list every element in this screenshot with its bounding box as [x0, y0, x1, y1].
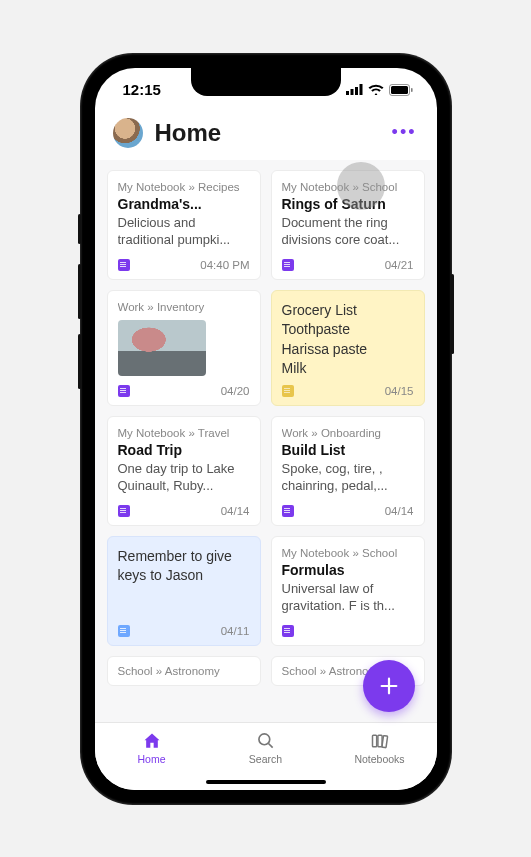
- tab-notebooks[interactable]: Notebooks: [340, 731, 420, 765]
- note-type-icon: [282, 625, 294, 637]
- home-indicator[interactable]: [206, 780, 326, 784]
- notes-grid: My Notebook » RecipesGrandma's...Delicio…: [107, 170, 425, 686]
- note-type-icon: [118, 505, 130, 517]
- note-body: Spoke, cog, tire, , chainring, pedal,...: [282, 461, 414, 495]
- note-body: Document the ring divisions core coat...: [282, 215, 414, 249]
- note-footer: [282, 619, 414, 637]
- content-area[interactable]: My Notebook » RecipesGrandma's...Delicio…: [95, 160, 437, 722]
- note-title: Road Trip: [118, 442, 250, 460]
- svg-rect-13: [381, 735, 387, 747]
- note-timestamp: 04/11: [221, 625, 250, 637]
- note-title: Build List: [282, 442, 414, 460]
- breadcrumb: My Notebook » Travel: [118, 427, 250, 439]
- note-footer: 04/20: [118, 379, 250, 397]
- note-type-icon: [118, 385, 130, 397]
- note-card[interactable]: School » Astronomy: [107, 656, 261, 686]
- status-time: 12:15: [123, 81, 161, 98]
- side-button: [78, 334, 81, 389]
- note-card[interactable]: Grocery List Toothpaste Harissa paste Mi…: [271, 290, 425, 406]
- note-timestamp: 04/14: [221, 505, 250, 517]
- note-card[interactable]: Work » Inventory04/20: [107, 290, 261, 406]
- note-timestamp: 04/14: [385, 505, 414, 517]
- breadcrumb: My Notebook » Recipes: [118, 181, 250, 193]
- note-footer: 04:40 PM: [118, 253, 250, 271]
- status-icons: [346, 84, 413, 96]
- tab-search[interactable]: Search: [226, 731, 306, 765]
- avatar[interactable]: [113, 118, 143, 148]
- breadcrumb: My Notebook » School: [282, 547, 414, 559]
- note-type-icon: [282, 259, 294, 271]
- wifi-icon: [368, 84, 384, 95]
- phone-frame: 12:15 Home ••• My Notebook » RecipesGran…: [81, 54, 451, 804]
- note-title: Formulas: [282, 562, 414, 580]
- note-title: Rings of Saturn: [282, 196, 414, 214]
- breadcrumb: My Notebook » School: [282, 181, 414, 193]
- breadcrumb: Work » Inventory: [118, 301, 250, 313]
- note-body: Remember to give keys to Jason: [118, 547, 250, 586]
- note-timestamp: 04/15: [385, 385, 414, 397]
- note-body: One day trip to Lake Quinault, Ruby...: [118, 461, 250, 495]
- header: Home •••: [95, 112, 437, 160]
- note-card[interactable]: My Notebook » SchoolFormulasUniversal la…: [271, 536, 425, 646]
- note-footer: 04/15: [282, 379, 414, 397]
- plus-icon: [378, 675, 400, 697]
- tab-label: Home: [137, 753, 165, 765]
- svg-rect-0: [346, 91, 349, 95]
- svg-rect-1: [350, 89, 353, 95]
- note-timestamp: 04:40 PM: [200, 259, 249, 271]
- notebooks-icon: [370, 731, 390, 751]
- note-card[interactable]: My Notebook » RecipesGrandma's...Delicio…: [107, 170, 261, 280]
- note-body: Delicious and traditional pumpki...: [118, 215, 250, 249]
- note-footer: 04/14: [282, 499, 414, 517]
- side-button: [78, 264, 81, 319]
- note-card[interactable]: My Notebook » SchoolRings of SaturnDocum…: [271, 170, 425, 280]
- breadcrumb: School » Astronomy: [118, 665, 250, 677]
- note-footer: 04/11: [118, 619, 250, 637]
- note-type-icon: [118, 259, 130, 271]
- screen: 12:15 Home ••• My Notebook » RecipesGran…: [95, 68, 437, 790]
- svg-rect-11: [372, 735, 376, 747]
- tab-home[interactable]: Home: [112, 731, 192, 765]
- side-button: [451, 274, 454, 354]
- cellular-icon: [346, 84, 363, 95]
- search-icon: [256, 731, 276, 751]
- note-type-icon: [118, 625, 130, 637]
- note-card[interactable]: My Notebook » TravelRoad TripOne day tri…: [107, 416, 261, 526]
- page-title: Home: [155, 119, 378, 147]
- tab-label: Search: [249, 753, 282, 765]
- svg-line-10: [268, 743, 272, 747]
- note-footer: 04/14: [118, 499, 250, 517]
- note-title: Grandma's...: [118, 196, 250, 214]
- more-button[interactable]: •••: [390, 118, 419, 147]
- notch: [191, 68, 341, 96]
- note-card[interactable]: Remember to give keys to Jason04/11: [107, 536, 261, 646]
- note-thumbnail: [118, 320, 206, 376]
- breadcrumb: Work » Onboarding: [282, 427, 414, 439]
- svg-point-9: [258, 733, 269, 744]
- note-type-icon: [282, 385, 294, 397]
- note-body: Grocery List Toothpaste Harissa paste Mi…: [282, 301, 414, 379]
- note-body: Universal law of gravitation. F is th...: [282, 581, 414, 615]
- note-card[interactable]: Work » OnboardingBuild ListSpoke, cog, t…: [271, 416, 425, 526]
- side-button: [78, 214, 81, 244]
- note-timestamp: 04/20: [221, 385, 250, 397]
- note-type-icon: [282, 505, 294, 517]
- note-timestamp: 04/21: [385, 259, 414, 271]
- svg-rect-6: [411, 88, 413, 92]
- svg-rect-2: [355, 87, 358, 95]
- tab-label: Notebooks: [354, 753, 404, 765]
- note-footer: 04/21: [282, 253, 414, 271]
- battery-icon: [389, 84, 413, 96]
- svg-rect-5: [391, 86, 408, 94]
- home-icon: [142, 731, 162, 751]
- svg-rect-3: [359, 84, 362, 95]
- new-note-fab[interactable]: [363, 660, 415, 712]
